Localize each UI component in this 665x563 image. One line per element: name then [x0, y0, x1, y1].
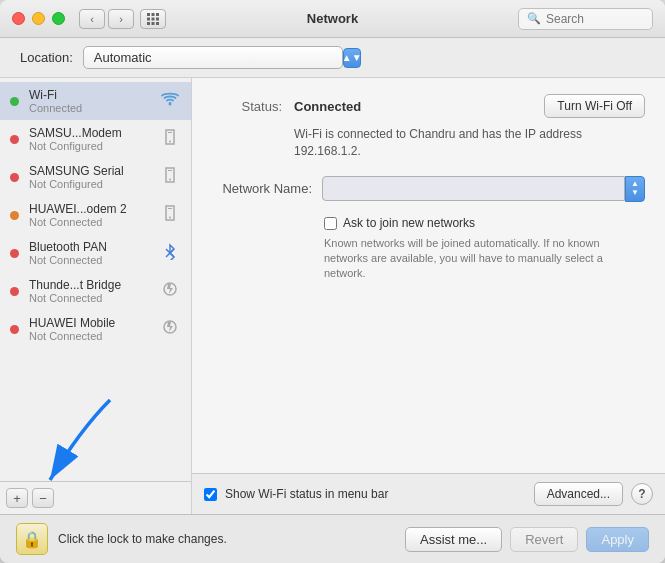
bottom-bar: Show Wi-Fi status in menu bar Advanced..…	[192, 473, 665, 514]
remove-network-button[interactable]: −	[32, 488, 54, 508]
huawei-modem-name: HUAWEI...odem 2	[29, 202, 149, 216]
svg-rect-6	[147, 22, 150, 25]
svg-point-10	[169, 141, 171, 143]
wifi-item-text: Wi-Fi Connected	[29, 88, 149, 114]
huawei-modem-status: Not Connected	[29, 216, 149, 228]
bluetooth-name: Bluetooth PAN	[29, 240, 149, 254]
help-button[interactable]: ?	[631, 483, 653, 505]
status-dot-thunderbolt	[10, 287, 19, 296]
svg-rect-2	[156, 13, 159, 16]
location-bar: Location: Automatic Edit Locations... ▲ …	[0, 38, 665, 78]
wifi-item-status: Connected	[29, 102, 149, 114]
ask-to-join-checkbox[interactable]	[324, 217, 337, 230]
right-panel: Status: Connected Turn Wi-Fi Off Wi-Fi i…	[192, 78, 665, 514]
ask-to-join-row: Ask to join new networks	[324, 216, 645, 230]
phone-icon-1	[159, 128, 181, 150]
show-wifi-row: Show Wi-Fi status in menu bar	[204, 487, 526, 501]
main-content: Wi-Fi Connected	[0, 78, 665, 514]
search-input[interactable]	[546, 12, 636, 26]
samsung-modem-text: SAMSU...Modem Not Configured	[29, 126, 149, 152]
grid-button[interactable]	[140, 9, 166, 29]
samsung-modem-status: Not Configured	[29, 140, 149, 152]
close-button[interactable]	[12, 12, 25, 25]
advanced-button[interactable]: Advanced...	[534, 482, 623, 506]
footer-buttons: Assist me... Revert Apply	[405, 527, 649, 552]
sidebar: Wi-Fi Connected	[0, 78, 192, 514]
lock-button[interactable]: 🔒	[16, 523, 48, 555]
status-dot-huawei-mobile	[10, 325, 19, 334]
right-content: Status: Connected Turn Wi-Fi Off Wi-Fi i…	[192, 78, 665, 473]
svg-rect-8	[156, 22, 159, 25]
assist-me-button[interactable]: Assist me...	[405, 527, 502, 552]
location-select-wrapper: Automatic Edit Locations... ▲ ▼	[83, 46, 361, 69]
network-name-label: Network Name:	[212, 181, 312, 196]
add-network-button[interactable]: +	[6, 488, 28, 508]
status-dot-huawei-modem	[10, 211, 19, 220]
svg-point-12	[169, 179, 171, 181]
sidebar-footer: + −	[0, 481, 191, 514]
huawei-mobile-text: HUAWEI Mobile Not Connected	[29, 316, 149, 342]
title-bar: ‹ › Network 🔍	[0, 0, 665, 38]
sidebar-item-huawei-modem[interactable]: HUAWEI...odem 2 Not Connected	[0, 196, 191, 234]
show-wifi-checkbox[interactable]	[204, 488, 217, 501]
back-button[interactable]: ‹	[79, 9, 105, 29]
bluetooth-text: Bluetooth PAN Not Connected	[29, 240, 149, 266]
thunderbolt-name: Thunde...t Bridge	[29, 278, 149, 292]
svg-rect-0	[147, 13, 150, 16]
network-preferences-window: ‹ › Network 🔍 Location:	[0, 0, 665, 563]
huawei-mobile-icon	[159, 318, 181, 340]
maximize-button[interactable]	[52, 12, 65, 25]
sidebar-item-thunderbolt-bridge[interactable]: Thunde...t Bridge Not Connected	[0, 272, 191, 310]
nav-buttons: ‹ ›	[79, 9, 134, 29]
wifi-icon	[159, 91, 181, 111]
search-bar[interactable]: 🔍	[518, 8, 653, 30]
wifi-item-name: Wi-Fi	[29, 88, 149, 102]
location-arrow-button[interactable]: ▲ ▼	[343, 48, 361, 68]
bluetooth-status: Not Connected	[29, 254, 149, 266]
thunderbolt-text: Thunde...t Bridge Not Connected	[29, 278, 149, 304]
sidebar-list: Wi-Fi Connected	[0, 78, 191, 481]
status-dot-samsung-modem	[10, 135, 19, 144]
phone-icon-3	[159, 204, 181, 226]
search-icon: 🔍	[527, 12, 541, 25]
location-select[interactable]: Automatic Edit Locations...	[83, 46, 343, 69]
samsung-serial-name: SAMSUNG Serial	[29, 164, 149, 178]
sidebar-item-samsung-serial[interactable]: SAMSUNG Serial Not Configured	[0, 158, 191, 196]
sidebar-item-huawei-mobile[interactable]: HUAWEI Mobile Not Connected	[0, 310, 191, 348]
status-row: Status: Connected Turn Wi-Fi Off	[212, 94, 645, 118]
svg-rect-1	[152, 13, 155, 16]
status-value: Connected	[294, 99, 361, 114]
sidebar-item-samsung-modem[interactable]: SAMSU...Modem Not Configured	[0, 120, 191, 158]
svg-point-14	[169, 217, 171, 219]
network-name-row: Network Name: ▲ ▼	[212, 176, 645, 202]
ask-to-join-checkbox-item: Ask to join new networks	[324, 216, 475, 230]
ask-to-join-label: Ask to join new networks	[343, 216, 475, 230]
sidebar-item-bluetooth[interactable]: Bluetooth PAN Not Connected	[0, 234, 191, 272]
svg-rect-7	[152, 22, 155, 25]
network-name-input[interactable]	[322, 176, 625, 201]
svg-rect-4	[152, 17, 155, 20]
join-note: Known networks will be joined automatica…	[324, 236, 645, 282]
huawei-mobile-status: Not Connected	[29, 330, 149, 342]
status-dot-samsung-serial	[10, 173, 19, 182]
huawei-modem-text: HUAWEI...odem 2 Not Connected	[29, 202, 149, 228]
bluetooth-icon	[159, 242, 181, 264]
revert-button[interactable]: Revert	[510, 527, 578, 552]
footer-row: 🔒 Click the lock to make changes. Assist…	[0, 514, 665, 563]
samsung-serial-status: Not Configured	[29, 178, 149, 190]
samsung-serial-text: SAMSUNG Serial Not Configured	[29, 164, 149, 190]
network-name-dropdown-button[interactable]: ▲ ▼	[625, 176, 645, 202]
forward-button[interactable]: ›	[108, 9, 134, 29]
status-dot-wifi	[10, 97, 19, 106]
location-label: Location:	[20, 50, 73, 65]
sidebar-item-wifi[interactable]: Wi-Fi Connected	[0, 82, 191, 120]
svg-point-9	[169, 103, 172, 106]
minimize-button[interactable]	[32, 12, 45, 25]
apply-button[interactable]: Apply	[586, 527, 649, 552]
thunderbolt-icon	[159, 280, 181, 302]
status-label: Status:	[212, 99, 282, 114]
phone-icon-2	[159, 166, 181, 188]
wifi-off-button[interactable]: Turn Wi-Fi Off	[544, 94, 645, 118]
show-wifi-label: Show Wi-Fi status in menu bar	[225, 487, 388, 501]
huawei-mobile-name: HUAWEI Mobile	[29, 316, 149, 330]
